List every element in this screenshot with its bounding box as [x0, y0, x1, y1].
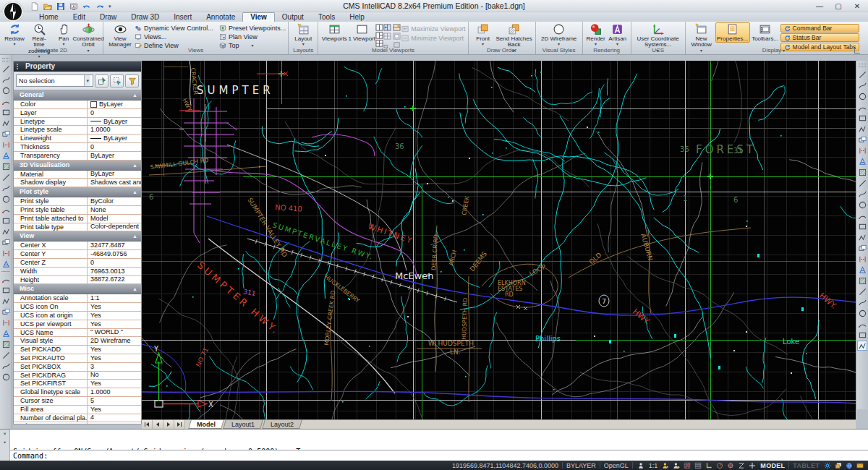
- menu-tab-help[interactable]: Help: [342, 12, 372, 22]
- divide-tool-button[interactable]: [857, 319, 867, 329]
- freehand-tool-button[interactable]: [1, 107, 11, 117]
- property-value[interactable]: Yes: [88, 380, 141, 388]
- menu-tab-draw-3d[interactable]: Draw 3D: [124, 12, 166, 22]
- osnap-icon[interactable]: [726, 461, 735, 469]
- crosshair-icon[interactable]: [748, 461, 757, 469]
- maximize-viewport-button[interactable]: Maximize Viewport: [401, 25, 465, 33]
- select-objects-button[interactable]: [110, 74, 124, 87]
- copy-tool-button[interactable]: [857, 69, 867, 80]
- bylayer-indicator[interactable]: BYLAYER: [566, 462, 596, 469]
- property-value[interactable]: Yes: [88, 303, 141, 311]
- collapse-section-icon[interactable]: ▲: [132, 284, 137, 294]
- property-value[interactable]: Yes: [88, 312, 141, 320]
- property-value[interactable]: 1.0000: [88, 388, 141, 396]
- area-tool-button[interactable]: [857, 330, 867, 340]
- join-tool-button[interactable]: [857, 200, 867, 210]
- mail-icon[interactable]: [856, 461, 864, 469]
- pan-tool-button[interactable]: [1, 274, 11, 284]
- zoom-scale-tool-button[interactable]: [1, 317, 11, 328]
- polyline-tool-button[interactable]: [1, 85, 11, 95]
- collapse-section-icon[interactable]: ▲: [132, 231, 137, 241]
- toggle-pickadd-button[interactable]: [125, 74, 139, 87]
- redraw-button[interactable]: Redraw▾: [2, 22, 27, 47]
- two-viewports-icon[interactable]: [375, 24, 383, 31]
- render-button[interactable]: Render▾: [585, 22, 607, 47]
- graphics-engine-indicator[interactable]: OpenGL: [604, 462, 629, 469]
- menu-tab-tools[interactable]: Tools: [311, 12, 342, 22]
- app-logo-icon[interactable]: [2, 1, 24, 22]
- property-value[interactable]: 32477.8487: [88, 242, 141, 249]
- zoom-realtime-tool-button[interactable]: [1, 285, 11, 295]
- first-tab-button[interactable]: [142, 420, 153, 429]
- command-bar-toggle[interactable]: Command Bar: [780, 24, 860, 33]
- sheet-tab-layout2[interactable]: Layout2: [262, 420, 302, 429]
- command-history[interactable]: Grid is off: ON/Snap/Aspect/<Grid spacin…: [10, 430, 868, 450]
- preset-viewpoints-button[interactable]: Preset Viewpoints...: [219, 24, 286, 32]
- minimize-viewport-button[interactable]: Minimize Viewport: [401, 34, 465, 42]
- zoom-out-tool-button[interactable]: [1, 350, 11, 360]
- menu-tab-annotate[interactable]: Annotate: [199, 12, 242, 22]
- property-value[interactable]: No: [88, 372, 141, 380]
- qat-overflow-caret-icon[interactable]: ▾: [109, 4, 111, 9]
- property-value[interactable]: 0: [88, 143, 141, 151]
- plan-view-button[interactable]: Plan View: [219, 33, 286, 40]
- hatch-tool-button[interactable]: [1, 183, 11, 193]
- coordinates-readout[interactable]: 1919569.8471,1104842.7406,0.0000: [452, 462, 558, 469]
- match-properties-tool-button[interactable]: [857, 286, 867, 296]
- boundary-tool-button[interactable]: [1, 194, 11, 204]
- property-value[interactable]: 3: [88, 363, 141, 371]
- trim-tool-button[interactable]: [857, 167, 867, 177]
- redo-button[interactable]: [94, 1, 106, 12]
- circle-tool-button[interactable]: [1, 129, 11, 139]
- annotation-scale-indicator[interactable]: 1:1: [649, 462, 658, 469]
- property-value[interactable]: ByLayer: [88, 134, 141, 142]
- property-value[interactable]: Yes: [88, 346, 141, 354]
- property-value[interactable]: ByLayer: [88, 118, 141, 126]
- edit-text-tool-button[interactable]: [857, 275, 867, 286]
- edit-hatch-tool-button[interactable]: [857, 265, 867, 275]
- rotate-tool-button[interactable]: [857, 124, 867, 134]
- zoom-all-tool-button[interactable]: [1, 361, 11, 371]
- four-viewports-icon[interactable]: [375, 40, 383, 47]
- text-tool-button[interactable]: [1, 248, 11, 258]
- property-value[interactable]: " WORLD ": [88, 329, 141, 337]
- edit-polyline-tool-button[interactable]: [857, 243, 867, 253]
- viewport-config-icon[interactable]: [393, 33, 401, 40]
- sheet-tab-model[interactable]: Model: [188, 420, 224, 429]
- property-value[interactable]: 4: [88, 414, 141, 422]
- lengthen-tool-button[interactable]: [857, 156, 867, 166]
- grid-off-icon[interactable]: [683, 461, 692, 469]
- rectangle-tool-button[interactable]: [1, 172, 11, 182]
- donut-tool-button[interactable]: [1, 215, 11, 226]
- next-tab-button[interactable]: [163, 420, 174, 429]
- point-tool-button[interactable]: [1, 161, 11, 171]
- menu-tab-output[interactable]: Output: [275, 12, 311, 22]
- property-section-view[interactable]: View▲: [14, 231, 141, 242]
- property-value[interactable]: Yes: [88, 406, 141, 414]
- polar-icon[interactable]: [715, 461, 724, 469]
- revision-cloud-tool-button[interactable]: [1, 226, 11, 236]
- property-value[interactable]: Shadows cast and rec...: [88, 179, 141, 187]
- spline-tool-button[interactable]: [1, 118, 11, 128]
- break-tool-button[interactable]: [857, 189, 867, 199]
- model-space-toggle[interactable]: MODEL: [760, 462, 785, 469]
- property-section-plot-style[interactable]: Plot style▲: [14, 187, 141, 197]
- status-bar-toggle[interactable]: Status Bar: [780, 33, 860, 42]
- property-value[interactable]: ByLayer: [88, 152, 141, 160]
- mirror-tool-button[interactable]: [857, 80, 867, 90]
- menu-tab-draw[interactable]: Draw: [93, 12, 124, 22]
- maximize-button[interactable]: ▢: [829, 0, 848, 12]
- erase-tool-button[interactable]: [857, 297, 867, 307]
- properties-button[interactable]: Properties...: [715, 22, 750, 43]
- collapse-section-icon[interactable]: ▲: [132, 187, 137, 197]
- artisan-button[interactable]: Artisan▾: [607, 22, 629, 47]
- properties-tool-button[interactable]: [857, 341, 867, 351]
- last-tab-button[interactable]: [174, 420, 185, 429]
- property-value[interactable]: 0: [88, 109, 141, 117]
- region-tool-button[interactable]: [1, 205, 11, 215]
- zoom-center-tool-button[interactable]: [1, 328, 11, 338]
- stretch-tool-button[interactable]: [857, 145, 867, 155]
- command-history-caret-icon[interactable]: ▾: [3, 440, 6, 445]
- otrack-icon[interactable]: [737, 461, 746, 469]
- selection-dropdown[interactable]: No selection ▾: [16, 74, 93, 87]
